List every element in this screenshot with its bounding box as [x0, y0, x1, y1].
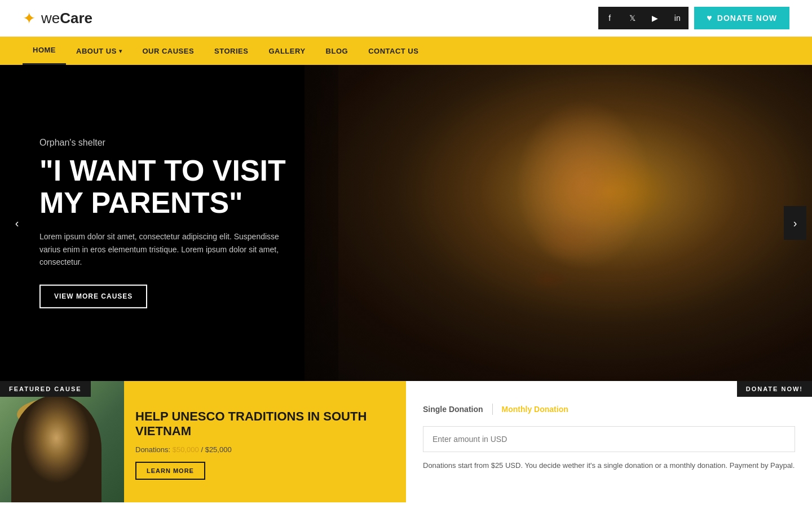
featured-cause-title: HELP UNESCO TRADITIONS IN SOUTH VIETNAM — [135, 409, 395, 439]
nav-item-contact[interactable]: CONTACT US — [358, 37, 429, 65]
donation-amount-input[interactable] — [423, 426, 795, 452]
donation-info-text: Donations start from $25 USD. You decide… — [423, 460, 795, 471]
single-donation-tab[interactable]: Single Donation — [423, 401, 483, 417]
slider-prev-button[interactable]: ‹ — [6, 206, 28, 240]
nav-item-blog[interactable]: BLOG — [316, 37, 359, 65]
hero-content: Orphan's shelter "I WANT TO VISIT MY PAR… — [39, 138, 321, 308]
slider-next-button[interactable]: › — [784, 206, 806, 240]
hero-section: ‹ Orphan's shelter "I WANT TO VISIT MY P… — [0, 65, 812, 381]
donate-now-label: DONATE NOW! — [737, 381, 812, 397]
featured-image — [0, 381, 124, 502]
twitter-icon[interactable]: 𝕏 — [621, 7, 643, 29]
chevron-down-icon: ▾ — [119, 48, 122, 54]
hero-photo-overlay — [304, 65, 812, 381]
nav-item-stories[interactable]: STORIES — [204, 37, 258, 65]
featured-cause: FEATURED CAUSE HELP UNESCO TRADITIONS IN… — [0, 381, 406, 502]
header: ✦ weCare f 𝕏 ▶ in ♥ DONATE NOW — [0, 0, 812, 37]
monthly-donation-tab[interactable]: Monthly Donation — [502, 401, 568, 417]
nav-item-home[interactable]: HOME — [23, 37, 66, 65]
nav-item-causes[interactable]: OUR CAUSES — [132, 37, 204, 65]
heart-icon: ♥ — [707, 13, 713, 23]
featured-info-panel: HELP UNESCO TRADITIONS IN SOUTH VIETNAM … — [124, 381, 406, 502]
donation-tabs: Single Donation Monthly Donation — [423, 401, 795, 417]
header-right: f 𝕏 ▶ in ♥ DONATE NOW — [598, 7, 789, 29]
nav-item-about[interactable]: ABOUT US ▾ — [66, 37, 132, 65]
facebook-icon[interactable]: f — [598, 7, 621, 29]
tab-divider — [492, 404, 493, 415]
person-figure — [11, 395, 102, 502]
bottom-section: FEATURED CAUSE HELP UNESCO TRADITIONS IN… — [0, 381, 812, 502]
social-icons: f 𝕏 ▶ in — [598, 7, 689, 29]
donate-now-button[interactable]: ♥ DONATE NOW — [694, 7, 789, 29]
nav-item-gallery[interactable]: GALLERY — [258, 37, 315, 65]
hero-title: "I WANT TO VISIT MY PARENTS" — [39, 155, 321, 219]
linkedin-icon[interactable]: in — [666, 7, 689, 29]
logo[interactable]: ✦ weCare — [23, 9, 92, 28]
learn-more-button[interactable]: LEARN MORE — [135, 462, 205, 480]
youtube-icon[interactable]: ▶ — [643, 7, 666, 29]
logo-text: weCare — [41, 10, 92, 27]
view-more-causes-button[interactable]: VIEW MORE CAUSES — [39, 284, 147, 308]
featured-cause-label: FEATURED CAUSE — [0, 381, 91, 397]
logo-icon: ✦ — [23, 9, 36, 28]
hero-subtitle: Orphan's shelter — [39, 138, 321, 148]
hero-description: Lorem ipsum dolor sit amet, consectetur … — [39, 231, 288, 269]
donate-section: DONATE NOW! Single Donation Monthly Dona… — [406, 381, 812, 502]
navbar: HOME ABOUT US ▾ OUR CAUSES STORIES GALLE… — [0, 37, 812, 65]
featured-donations: Donations: $50,000 / $25,000 — [135, 445, 395, 454]
